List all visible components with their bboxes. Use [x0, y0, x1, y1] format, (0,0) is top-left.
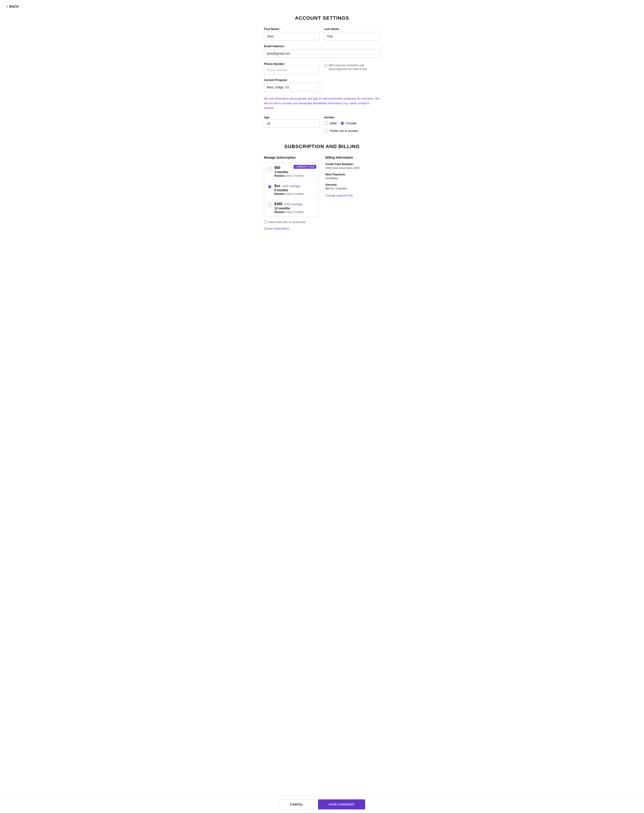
- phone-hint-text: We'll send you reminders and encourageme…: [329, 63, 380, 71]
- phone-label: Phone Number: [264, 62, 285, 66]
- gender-male-option[interactable]: Male: [324, 121, 337, 125]
- email-group: Email Address*: [264, 44, 380, 58]
- info-icon: ⓘ: [324, 64, 327, 68]
- plan-12months-duration: 12 months: [274, 207, 315, 210]
- plan-12months-price-row: $180 (25% savings): [274, 202, 315, 206]
- plan-6months-details: $xx (xx% savings) 6 months Renews every …: [274, 184, 315, 196]
- plan-6months-radio[interactable]: [268, 185, 272, 189]
- plan-3months: $60 3 months Renews every 3 months. CURR…: [264, 163, 318, 181]
- email-input[interactable]: [264, 49, 380, 58]
- phone-group: Phone Number: [264, 62, 320, 74]
- phone-input[interactable]: [264, 66, 320, 74]
- credit-card-value: VISA xxxx-xxxx-xxxx-1234: [325, 166, 380, 170]
- age-input[interactable]: [264, 119, 320, 128]
- plan-6months-duration: 6 months: [274, 189, 315, 192]
- gender-female-label: Female: [346, 121, 356, 125]
- program-select[interactable]: Beta_Indigo_V2 Alpha_V1 Gamma_V3: [264, 83, 322, 92]
- manage-subscription: Manage Subscription $60 3 months Renews …: [264, 156, 319, 230]
- back-label: BACK: [9, 5, 19, 8]
- first-name-group: First Name*: [264, 27, 320, 40]
- plan-12months: $180 (25% savings) 12 months Renews ever…: [264, 199, 318, 217]
- gender-female-radio[interactable]: [340, 121, 344, 125]
- save-changes-button[interactable]: SAVE CHANGES: [318, 799, 365, 810]
- billing-info-section: Billing Information Credit Card Number: …: [325, 156, 380, 197]
- subscription-section: SUBSCRIPTION AND BILLING Manage Subscrip…: [264, 144, 380, 230]
- age-label: Age: [264, 116, 269, 119]
- footer-bar: CANCEL SAVE CHANGES: [0, 796, 644, 813]
- next-payment-field: Next Payment: mm/dd/yy: [325, 173, 380, 180]
- age-gender-row: Age Gender Male Female Prefer not to ans…: [264, 115, 380, 135]
- first-name-label: First Name*: [264, 27, 320, 31]
- plans-container: $60 3 months Renews every 3 months. CURR…: [264, 163, 319, 217]
- plan-3months-renews: Renews every 3 months.: [274, 174, 315, 177]
- resubscribe-hint-text: select other plan to resubscribe: [268, 221, 306, 224]
- plan-6months-renews: Renews every 6 months.: [274, 192, 315, 196]
- gender-prefer-not-label: Prefer not to answer: [330, 129, 358, 133]
- gender-male-label: Male: [330, 121, 337, 125]
- privacy-notice: We use information about gender and age …: [264, 97, 380, 110]
- plan-3months-duration: 3 months: [274, 170, 315, 174]
- cancel-button[interactable]: CANCEL: [279, 799, 314, 810]
- phone-row: Phone Number ⓘ We'll send you reminders …: [264, 62, 380, 74]
- email-label: Email Address*: [264, 44, 380, 48]
- plan-12months-details: $180 (25% savings) 12 months Renews ever…: [274, 202, 315, 214]
- subscription-columns: Manage Subscription $60 3 months Renews …: [264, 156, 380, 230]
- change-payment-link[interactable]: Change payment info: [325, 194, 353, 197]
- cancel-subscription-link[interactable]: Cancel subscription: [264, 227, 289, 230]
- amount-field: Amount: $60 for 3 months: [325, 183, 380, 190]
- back-button[interactable]: ‹ BACK: [0, 0, 26, 13]
- program-select-wrapper: Beta_Indigo_V2 Alpha_V1 Gamma_V3 ⌄: [264, 83, 322, 92]
- resubscribe-info-icon: ⓘ: [264, 220, 267, 224]
- age-group: Age: [264, 115, 320, 128]
- subscription-title: SUBSCRIPTION AND BILLING: [264, 144, 380, 149]
- chevron-left-icon: ‹: [7, 5, 8, 9]
- amount-value: $60 for 3 months: [325, 187, 380, 190]
- gender-male-radio[interactable]: [324, 121, 328, 125]
- gender-female-option[interactable]: Female: [340, 121, 356, 125]
- gender-prefer-not-radio[interactable]: [324, 129, 328, 133]
- billing-info-title: Billing Information: [325, 156, 380, 159]
- plan-6months-price: $xx: [274, 184, 280, 188]
- plan-12months-savings: (25% savings): [284, 202, 303, 206]
- required-indicator: *: [279, 27, 280, 31]
- account-settings-title: ACCOUNT SETTINGS: [264, 15, 380, 21]
- phone-hint: ⓘ We'll send you reminders and encourage…: [324, 62, 380, 71]
- last-name-label: Last Name: [324, 27, 380, 31]
- manage-sub-title: Manage Subscription: [264, 156, 319, 159]
- gender-label: Gender: [324, 116, 380, 119]
- plan-6months-price-row: $xx (xx% savings): [274, 184, 315, 188]
- gender-group: Gender Male Female Prefer not to answer: [324, 115, 380, 135]
- gender-prefer-not-option[interactable]: Prefer not to answer: [324, 129, 380, 133]
- amount-label: Amount:: [325, 183, 380, 186]
- last-name-input[interactable]: [324, 32, 380, 40]
- credit-card-label: Credit Card Number:: [325, 163, 380, 166]
- resubscribe-hint: ⓘ select other plan to resubscribe: [264, 220, 319, 224]
- plan-12months-radio[interactable]: [268, 203, 272, 207]
- plan-12months-renews: Renews every 6 months.: [274, 210, 315, 214]
- email-required: *: [285, 44, 286, 48]
- plan-6months: $xx (xx% savings) 6 months Renews every …: [264, 181, 318, 199]
- credit-card-field: Credit Card Number: VISA xxxx-xxxx-xxxx-…: [325, 163, 380, 170]
- current-program-group: Current Program Beta_Indigo_V2 Alpha_V1 …: [264, 78, 322, 92]
- plan-6months-savings: (xx% savings): [282, 184, 300, 188]
- plan-3months-price: $60: [274, 166, 280, 170]
- plan-12months-price: $180: [274, 202, 282, 206]
- plan-3months-radio[interactable]: [268, 167, 272, 171]
- current-plan-badge: CURRENT PLAN: [294, 165, 316, 169]
- first-name-input[interactable]: [264, 32, 320, 40]
- gender-male-female-row: Male Female: [324, 121, 380, 127]
- last-name-group: Last Name: [324, 27, 380, 40]
- next-payment-value: mm/dd/yy: [325, 176, 380, 180]
- next-payment-label: Next Payment:: [325, 173, 380, 176]
- current-program-label: Current Program: [264, 78, 322, 82]
